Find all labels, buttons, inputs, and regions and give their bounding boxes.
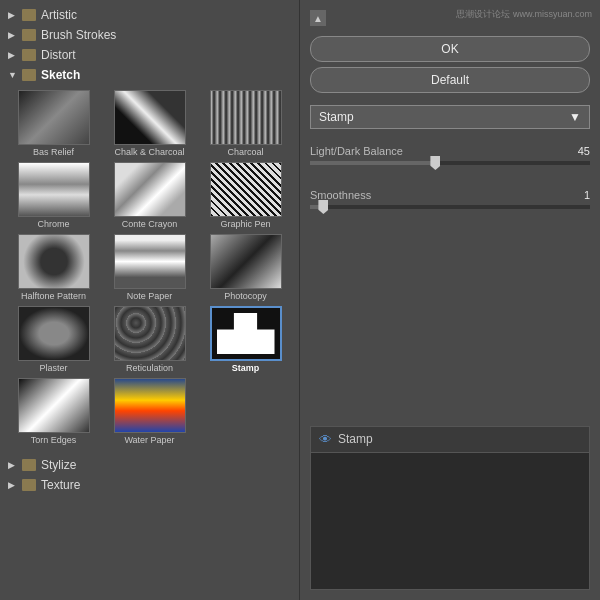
filter-thumb-note-paper: [114, 234, 186, 289]
preview-section: 👁 Stamp: [310, 426, 590, 591]
filter-thumb-chrome: [18, 162, 90, 217]
sidebar-item-brush-strokes[interactable]: ▶ Brush Strokes: [0, 25, 299, 45]
filter-thumb-chalk: [114, 90, 186, 145]
slider-track-light-dark[interactable]: [310, 161, 590, 165]
param-row-smoothness: Smoothness 1: [310, 189, 590, 217]
filter-thumb-stamp: [210, 306, 282, 361]
param-row-light-dark: Light/Dark Balance 45: [310, 145, 590, 173]
folder-label: Distort: [41, 48, 76, 62]
filter-halftone[interactable]: Halftone Pattern: [8, 234, 99, 301]
filter-label-torn-edges: Torn Edges: [31, 435, 77, 445]
filter-thumb-reticulation: [114, 306, 186, 361]
sidebar-item-stylize[interactable]: ▶ Stylize: [0, 455, 299, 475]
filter-stamp[interactable]: Stamp: [200, 306, 291, 373]
filter-graphic-pen[interactable]: Graphic Pen: [200, 162, 291, 229]
filter-label-bas-relief: Bas Relief: [33, 147, 74, 157]
filter-label-graphic-pen: Graphic Pen: [220, 219, 270, 229]
filter-water-paper[interactable]: Water Paper: [104, 378, 195, 445]
filter-dropdown[interactable]: Stamp ▼: [310, 105, 590, 129]
folder-icon: [22, 29, 36, 41]
filter-label-charcoal: Charcoal: [227, 147, 263, 157]
left-panel: 思潮设计论坛 www.missyuan.com ▶ Artistic ▶ Bru…: [0, 0, 300, 600]
preview-header: 👁 Stamp: [311, 427, 589, 453]
filter-reticulation[interactable]: Reticulation: [104, 306, 195, 373]
dropdown-label: Stamp: [319, 110, 354, 124]
filter-label-photocopy: Photocopy: [224, 291, 267, 301]
filter-charcoal[interactable]: Charcoal: [200, 90, 291, 157]
arrow-icon: ▼: [8, 70, 18, 80]
default-button[interactable]: Default: [310, 67, 590, 93]
folder-label: Brush Strokes: [41, 28, 116, 42]
ok-button[interactable]: OK: [310, 36, 590, 62]
filter-label-plaster: Plaster: [39, 363, 67, 373]
filter-thumb-bas-relief: [18, 90, 90, 145]
preview-area: [311, 453, 589, 590]
filter-chalk[interactable]: Chalk & Charcoal: [104, 90, 195, 157]
slider-thumb-light-dark[interactable]: [430, 156, 440, 170]
folder-icon: [22, 49, 36, 61]
filter-label-stamp: Stamp: [232, 363, 260, 373]
param-label-light-dark: Light/Dark Balance: [310, 145, 403, 157]
sidebar-item-distort[interactable]: ▶ Distort: [0, 45, 299, 65]
param-value-light-dark: 45: [578, 145, 590, 157]
arrow-icon: ▶: [8, 480, 18, 490]
filter-note-paper[interactable]: Note Paper: [104, 234, 195, 301]
filter-chrome[interactable]: Chrome: [8, 162, 99, 229]
filter-thumb-torn-edges: [18, 378, 90, 433]
filter-thumb-graphic-pen: [210, 162, 282, 217]
sidebar-item-artistic[interactable]: ▶ Artistic: [0, 5, 299, 25]
dropdown-section: Stamp ▼: [310, 105, 590, 129]
arrow-icon: ▶: [8, 30, 18, 40]
filter-label-note-paper: Note Paper: [127, 291, 173, 301]
filter-thumb-conte: [114, 162, 186, 217]
sketch-section: ▼ Sketch Bas Relief Chalk & Charcoal Cha…: [0, 65, 299, 450]
filter-thumb-plaster: [18, 306, 90, 361]
filter-label-chrome: Chrome: [37, 219, 69, 229]
folder-label: Artistic: [41, 8, 77, 22]
filter-label-chalk: Chalk & Charcoal: [114, 147, 184, 157]
filter-conte[interactable]: Conte Crayon: [104, 162, 195, 229]
slider-track-smoothness[interactable]: [310, 205, 590, 209]
arrow-icon: ▶: [8, 460, 18, 470]
filter-thumb-halftone: [18, 234, 90, 289]
folder-icon: [22, 459, 36, 471]
filter-photocopy[interactable]: Photocopy: [200, 234, 291, 301]
sidebar-item-sketch[interactable]: ▼ Sketch: [0, 65, 299, 85]
filter-thumb-photocopy: [210, 234, 282, 289]
dropdown-arrow-icon: ▼: [569, 110, 581, 124]
filter-label-conte: Conte Crayon: [122, 219, 178, 229]
filter-plaster[interactable]: Plaster: [8, 306, 99, 373]
folder-icon: [22, 479, 36, 491]
filter-bas-relief[interactable]: Bas Relief: [8, 90, 99, 157]
folder-label: Texture: [41, 478, 80, 492]
filter-label-water-paper: Water Paper: [124, 435, 174, 445]
arrow-icon: ▶: [8, 10, 18, 20]
right-panel: ▲ OK Default Stamp ▼ Light/Dark Balance …: [300, 0, 600, 600]
filter-torn-edges[interactable]: Torn Edges: [8, 378, 99, 445]
param-value-smoothness: 1: [584, 189, 590, 201]
folder-label: Stylize: [41, 458, 76, 472]
collapse-button[interactable]: ▲: [310, 10, 326, 26]
folder-label: Sketch: [41, 68, 80, 82]
folder-icon: [22, 9, 36, 21]
action-buttons: OK Default: [310, 36, 590, 93]
slider-fill-light-dark: [310, 161, 436, 165]
folder-icon: [22, 69, 36, 81]
filter-grid: Bas Relief Chalk & Charcoal Charcoal Chr…: [0, 85, 299, 450]
arrow-icon: ▶: [8, 50, 18, 60]
param-label-smoothness: Smoothness: [310, 189, 371, 201]
filter-label-reticulation: Reticulation: [126, 363, 173, 373]
filter-thumb-charcoal: [210, 90, 282, 145]
preview-label: Stamp: [338, 432, 373, 446]
eye-icon[interactable]: 👁: [319, 432, 332, 447]
filter-thumb-water-paper: [114, 378, 186, 433]
filter-label-halftone: Halftone Pattern: [21, 291, 86, 301]
slider-thumb-smoothness[interactable]: [318, 200, 328, 214]
sidebar-item-texture[interactable]: ▶ Texture: [0, 475, 299, 495]
